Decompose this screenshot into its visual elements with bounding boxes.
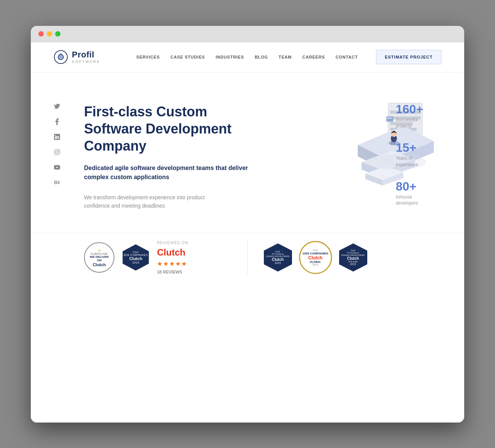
- badges-section: ★ CLIENTS SAY WE DELIVERON Clutch TOP B2…: [31, 233, 464, 282]
- browser-window: Profil SOFTWARE SERVICES CASE STUDIES IN…: [31, 26, 464, 423]
- top-b2b-text: TOP B2B COMPANIES Clutch 2019: [124, 251, 148, 264]
- we-deliver-badge: ★ CLIENTS SAY WE DELIVERON Clutch: [84, 242, 114, 273]
- stat-developers-number: 80+: [396, 180, 441, 192]
- twitter-icon[interactable]: [54, 103, 60, 110]
- star-2: ★: [163, 260, 168, 267]
- badge-3-text: TOP PYTHON & DJANGO DEVELOPERS Clutch PO…: [341, 249, 365, 265]
- star-1: ★: [157, 260, 162, 267]
- badges-left: ★ CLIENTS SAY WE DELIVERON Clutch TOP B2…: [84, 241, 248, 274]
- facebook-icon[interactable]: [54, 118, 60, 125]
- top-1000-global-badge: TOP 1000 COMPANIES Clutch GLOBAL 2022: [299, 241, 332, 274]
- linkedin-icon[interactable]: [54, 133, 60, 140]
- stat-projects: 160+ Successfulprojects: [396, 103, 441, 130]
- clutch-logo: Clutch: [157, 247, 188, 258]
- badge-2-text: TOP 1000 COMPANIES Clutch GLOBAL 2022: [303, 249, 328, 266]
- star-4: ★: [175, 260, 181, 267]
- top-b2b-badge: TOP B2B COMPANIES Clutch 2019: [122, 244, 149, 271]
- stat-experience-label: Years ofexperience: [396, 155, 441, 168]
- logo-sub: SOFTWARE: [72, 60, 100, 64]
- svg-rect-24: [387, 118, 392, 119]
- nav-item-services[interactable]: SERVICES: [136, 55, 160, 59]
- nav-links: SERVICES CASE STUDIES INDUSTRIES BLOG TE…: [136, 50, 442, 64]
- youtube-icon[interactable]: [54, 164, 60, 171]
- navbar: Profil SOFTWARE SERVICES CASE STUDIES IN…: [31, 42, 464, 73]
- badge-1-text: TOP PYTHON & DJANGO DEVELOPERS Clutch 20…: [266, 251, 290, 264]
- hero-section: Bē First-class Custom Software Developme…: [31, 73, 464, 226]
- nav-item-blog[interactable]: BLOG: [255, 55, 268, 59]
- instagram-icon[interactable]: [54, 149, 60, 156]
- we-deliver-star: ★: [98, 248, 101, 253]
- nav-item-case-studies[interactable]: CASE STUDIES: [170, 55, 205, 59]
- python-django-poland-badge: TOP PYTHON & DJANGO DEVELOPERS Clutch PO…: [338, 243, 368, 272]
- we-deliver-text: WE DELIVERON: [90, 256, 109, 262]
- hero-subtitle: Dedicated agile software development tea…: [84, 164, 263, 182]
- nav-item-careers[interactable]: CAREERS: [302, 55, 325, 59]
- nav-item-team[interactable]: TEAM: [279, 55, 292, 59]
- logo-name: Profil: [72, 51, 100, 59]
- nav-item-contact[interactable]: CONTACT: [336, 55, 358, 59]
- star-5: ★: [181, 260, 187, 267]
- svg-rect-23: [386, 116, 393, 122]
- hero-title: First-class Custom Software Development …: [84, 103, 263, 154]
- logo-area[interactable]: Profil SOFTWARE: [54, 50, 100, 64]
- star-3: ★: [169, 260, 175, 267]
- stats-column: 160+ Successfulprojects 15+ Years ofexpe…: [396, 103, 441, 207]
- social-sidebar: Bē: [54, 103, 60, 186]
- logo-icon: [54, 50, 68, 64]
- estimate-project-button[interactable]: ESTIMATE PROJECT: [376, 50, 441, 64]
- behance-icon[interactable]: Bē: [54, 179, 60, 186]
- reviewed-on-label: REVIEWED ON: [157, 241, 188, 245]
- stat-developers-label: Inhousedevelopers: [396, 194, 441, 207]
- hero-left: First-class Custom Software Development …: [84, 95, 263, 210]
- stat-projects-number: 160+: [396, 103, 441, 115]
- minimize-button[interactable]: [47, 31, 52, 37]
- close-button[interactable]: [38, 31, 44, 37]
- browser-titlebar: [31, 26, 464, 42]
- logo-text-block: Profil SOFTWARE: [72, 51, 100, 64]
- hero-right: 160+ Successfulprojects 15+ Years ofexpe…: [263, 95, 441, 210]
- stars-row: ★ ★ ★ ★ ★: [157, 260, 188, 267]
- reviewed-on-block: REVIEWED ON Clutch ★ ★ ★ ★ ★ 18 REVIEWS: [157, 241, 188, 274]
- nav-item-industries[interactable]: INDUSTRIES: [216, 55, 244, 59]
- reviews-count: 18 REVIEWS: [157, 270, 188, 274]
- svg-point-3: [58, 150, 59, 151]
- stat-experience-number: 15+: [396, 141, 441, 154]
- svg-rect-1: [54, 149, 60, 155]
- maximize-button[interactable]: [55, 31, 60, 37]
- svg-point-2: [56, 151, 59, 153]
- python-django-2023-badge: TOP PYTHON & DJANGO DEVELOPERS Clutch 20…: [263, 243, 293, 272]
- hero-description: We transform development experience into…: [84, 193, 228, 210]
- stat-projects-label: Successfulprojects: [396, 117, 441, 130]
- stat-developers: 80+ Inhousedevelopers: [396, 180, 441, 207]
- we-deliver-clutch: Clutch: [93, 262, 106, 267]
- browser-content: Profil SOFTWARE SERVICES CASE STUDIES IN…: [31, 42, 464, 423]
- badges-right: TOP PYTHON & DJANGO DEVELOPERS Clutch 20…: [248, 241, 411, 274]
- stat-experience: 15+ Years ofexperience: [396, 141, 441, 168]
